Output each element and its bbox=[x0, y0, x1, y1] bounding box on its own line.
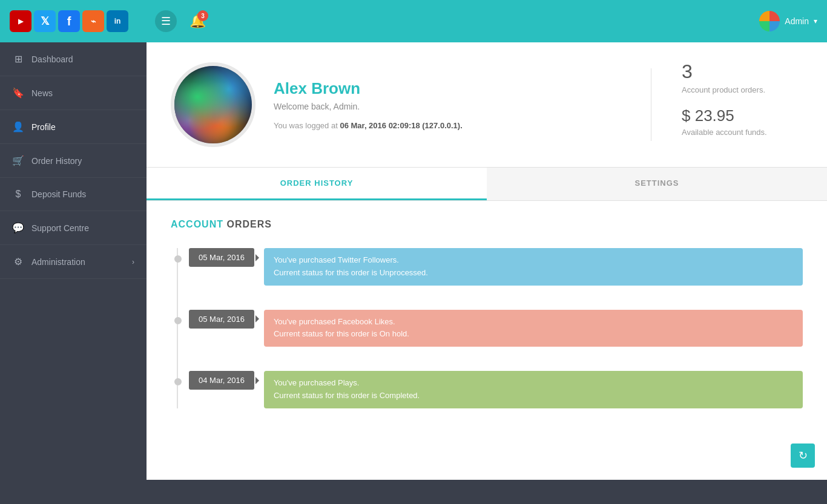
profile-icon: 👤 bbox=[12, 121, 24, 133]
refresh-icon: ↻ bbox=[799, 449, 808, 462]
linkedin-icon: in bbox=[107, 10, 128, 32]
order-line1-1: You've purchased Twitter Followers. bbox=[274, 254, 793, 267]
order-line1-3: You've purchased Plays. bbox=[274, 377, 793, 390]
order-content-3: You've purchased Plays. Current status f… bbox=[264, 371, 803, 408]
avatar-circle bbox=[171, 62, 255, 147]
sidebar-item-deposit-funds[interactable]: $ Deposit Funds bbox=[0, 178, 147, 211]
order-line2-3: Current status for this order is Complet… bbox=[274, 390, 793, 402]
header-middle: ☰ 🔔 3 bbox=[155, 10, 759, 32]
youtube-icon: ▶ bbox=[10, 10, 31, 32]
order-content-2: You've purchased Facebook Likes. Current… bbox=[264, 310, 803, 347]
login-datetime: 06 Mar, 2016 02:09:18 (127.0.0.1). bbox=[340, 121, 462, 130]
tab-order-history[interactable]: ORDER HISTORY bbox=[147, 168, 487, 200]
table-row: 05 Mar, 2016 You've purchased Facebook L… bbox=[189, 310, 803, 347]
table-row: 05 Mar, 2016 You've purchased Twitter Fo… bbox=[189, 248, 803, 286]
admin-menu[interactable]: Admin ▾ bbox=[759, 11, 817, 31]
notification-badge: 3 bbox=[197, 10, 208, 21]
top-header: ▶ 𝕏 f ⌁ in ☰ 🔔 3 Admin ▾ bbox=[0, 0, 827, 42]
funds-label: Available account funds. bbox=[682, 128, 803, 137]
timeline: 05 Mar, 2016 You've purchased Twitter Fo… bbox=[171, 248, 803, 408]
avatar bbox=[759, 11, 780, 31]
sidebar-item-label: Profile bbox=[31, 122, 56, 132]
footer bbox=[0, 480, 827, 504]
administration-icon: ⚙ bbox=[12, 256, 24, 267]
profile-avatar-image bbox=[174, 66, 252, 143]
sidebar-item-label: Support Centre bbox=[31, 223, 89, 233]
sidebar: ⊞ Dashboard 🔖 News 👤 Profile 🛒 Order His… bbox=[0, 42, 147, 480]
timeline-dot bbox=[174, 378, 182, 385]
hamburger-button[interactable]: ☰ bbox=[155, 10, 177, 32]
profile-welcome: Welcome back, Admin. bbox=[274, 102, 621, 111]
sidebar-item-order-history[interactable]: 🛒 Order History bbox=[0, 144, 147, 178]
profile-divider bbox=[651, 68, 651, 141]
sidebar-item-label: Dashboard bbox=[31, 54, 73, 64]
rss-icon: ⌁ bbox=[82, 10, 104, 32]
sidebar-item-label: News bbox=[31, 88, 53, 98]
order-line2-2: Current status for this order is On hold… bbox=[274, 328, 793, 341]
twitter-icon: 𝕏 bbox=[34, 10, 56, 32]
orders-label: Account product orders. bbox=[682, 85, 803, 94]
profile-info: Alex Brown Welcome back, Admin. You was … bbox=[274, 79, 621, 130]
content-area: Alex Brown Welcome back, Admin. You was … bbox=[147, 42, 827, 480]
sidebar-item-profile[interactable]: 👤 Profile bbox=[0, 110, 147, 144]
chevron-down-icon: ▾ bbox=[814, 17, 817, 25]
logo-icons: ▶ 𝕏 f ⌁ in bbox=[10, 10, 128, 32]
sidebar-item-administration[interactable]: ⚙ Administration › bbox=[0, 245, 147, 279]
sidebar-item-label: Order History bbox=[31, 156, 82, 166]
order-date-3: 04 Mar, 2016 bbox=[189, 371, 254, 390]
main-layout: ⊞ Dashboard 🔖 News 👤 Profile 🛒 Order His… bbox=[0, 42, 827, 480]
admin-name: Admin bbox=[785, 16, 809, 26]
tabs-bar: ORDER HISTORY SETTINGS bbox=[147, 168, 827, 201]
chevron-right-icon: › bbox=[132, 258, 134, 266]
funds-amount: $ 23.95 bbox=[682, 106, 803, 125]
dashboard-icon: ⊞ bbox=[12, 53, 24, 65]
profile-login: You was logged at 06 Mar, 2016 02:09:18 … bbox=[274, 121, 621, 130]
logo-area: ▶ 𝕏 f ⌁ in bbox=[10, 10, 155, 32]
profile-stats: 3 Account product orders. $ 23.95 Availa… bbox=[682, 61, 803, 149]
section-title: ACCOUNT ORDERS bbox=[171, 219, 803, 230]
orders-count: 3 bbox=[682, 61, 803, 83]
news-icon: 🔖 bbox=[12, 87, 24, 99]
order-history-icon: 🛒 bbox=[12, 155, 24, 166]
tab-settings[interactable]: SETTINGS bbox=[487, 168, 827, 200]
sidebar-item-dashboard[interactable]: ⊞ Dashboard bbox=[0, 42, 147, 76]
timeline-dot bbox=[174, 317, 182, 324]
profile-card: Alex Brown Welcome back, Admin. You was … bbox=[147, 42, 827, 168]
sidebar-item-label: Deposit Funds bbox=[31, 189, 86, 199]
section-title-highlight: ACCOUNT bbox=[171, 219, 223, 229]
sidebar-item-support-centre[interactable]: 💬 Support Centre bbox=[0, 211, 147, 245]
orders-section: ACCOUNT ORDERS 05 Mar, 2016 You've purch… bbox=[147, 201, 827, 480]
support-centre-icon: 💬 bbox=[12, 222, 24, 234]
order-line2-1: Current status for this order is Unproce… bbox=[274, 267, 793, 280]
timeline-dot bbox=[174, 255, 182, 263]
hamburger-icon: ☰ bbox=[161, 15, 171, 28]
facebook-icon: f bbox=[58, 10, 80, 32]
profile-name: Alex Brown bbox=[274, 79, 621, 98]
login-text: You was logged at bbox=[274, 121, 338, 130]
table-row: 04 Mar, 2016 You've purchased Plays. Cur… bbox=[189, 371, 803, 408]
refresh-button[interactable]: ↻ bbox=[791, 443, 815, 468]
order-content-1: You've purchased Twitter Followers. Curr… bbox=[264, 248, 803, 286]
order-date-2: 05 Mar, 2016 bbox=[189, 310, 254, 329]
notification-button[interactable]: 🔔 3 bbox=[186, 10, 208, 32]
deposit-funds-icon: $ bbox=[12, 189, 24, 200]
sidebar-item-news[interactable]: 🔖 News bbox=[0, 76, 147, 110]
order-date-1: 05 Mar, 2016 bbox=[189, 248, 254, 267]
section-title-rest: ORDERS bbox=[223, 219, 272, 229]
order-line1-2: You've purchased Facebook Likes. bbox=[274, 316, 793, 329]
sidebar-item-label: Administration bbox=[31, 257, 85, 267]
